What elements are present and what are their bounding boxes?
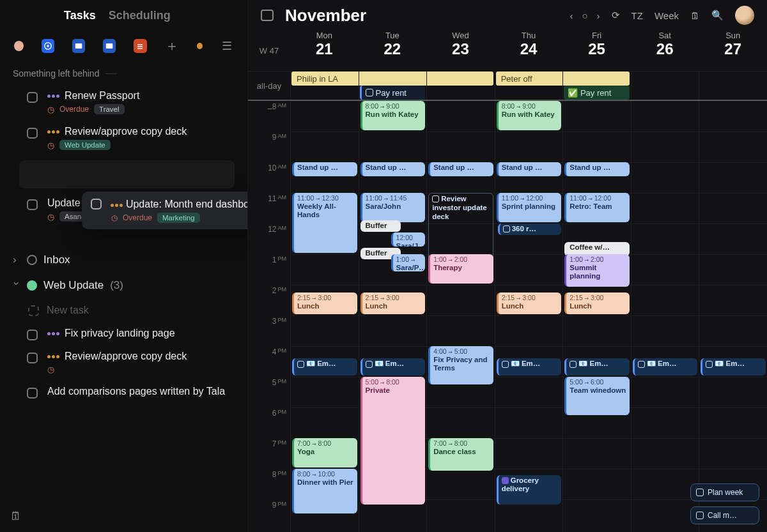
calendar-event[interactable]: 2:15 → 3:00Lunch (564, 293, 630, 314)
task-item[interactable]: Add comparisons pages written by Tala (0, 381, 247, 404)
checkbox-icon[interactable] (638, 361, 645, 368)
dragging-task-card[interactable]: Update: Month end dashboard ◷ Overdue Ma… (82, 192, 248, 229)
checkbox-icon[interactable] (569, 361, 577, 368)
day-header-cell[interactable]: Sun27 (699, 31, 767, 71)
day-header-cell[interactable]: Thu24 (495, 31, 563, 71)
calendar-event[interactable]: Stand up … (292, 162, 357, 176)
filter-dot-icon[interactable] (197, 43, 203, 49)
allday-cell[interactable] (562, 72, 631, 86)
calendar-event[interactable]: Buffer (360, 220, 401, 232)
day-column[interactable]: Stand up …11:00 → 12:00Retro: TeamCoffee… (562, 101, 631, 532)
calendar-event[interactable]: Review investor update deck (428, 193, 493, 262)
calendar-event[interactable]: 8:00 → 9:00Run with Katey (497, 101, 562, 130)
floating-task[interactable]: Call m… (690, 506, 759, 524)
calendar-event[interactable]: 5:00 → 6:00Team winedown (564, 377, 630, 415)
group-web-update[interactable]: › Web Update (3) (0, 273, 247, 298)
new-task-input[interactable]: New task (0, 298, 247, 323)
checkbox-icon[interactable] (696, 489, 704, 496)
calendar-event[interactable]: 📧 Em… (360, 358, 426, 376)
task-item[interactable]: Fix privacy landing page (0, 323, 247, 346)
calendar-event[interactable]: 📧 Em… (497, 358, 562, 376)
allday-cell[interactable] (359, 86, 427, 100)
calendar-event[interactable]: 11:00 → 12:00Retro: Team (564, 193, 630, 222)
floating-task[interactable]: Plan week (690, 483, 759, 501)
outlook-icon[interactable] (72, 39, 85, 53)
prev-week-icon[interactable]: ‹ (570, 10, 573, 21)
day-column[interactable]: 8:00 → 9:00Run with KateyStand up …11:00… (359, 101, 427, 532)
calendar-event[interactable]: 2:15 → 3:00Lunch (497, 293, 562, 314)
calendar-event[interactable]: 1:00 → 2:00Summit planning (564, 254, 630, 287)
checkbox-icon[interactable] (27, 388, 38, 399)
day-header-cell[interactable]: Sat26 (631, 31, 699, 71)
today-icon[interactable]: ○ (582, 10, 588, 21)
mini-calendar-icon[interactable]: 🗓 (690, 10, 700, 21)
asana-icon[interactable] (42, 39, 54, 53)
day-column[interactable]: 8:00 → 9:00Run with KateyStand up …11:00… (495, 101, 563, 532)
checkbox-icon[interactable] (696, 512, 704, 519)
calendar-event[interactable]: 📧 Em… (633, 358, 698, 376)
allday-cell[interactable] (699, 72, 767, 86)
allday-cell[interactable] (290, 86, 359, 100)
checkbox-icon[interactable] (27, 330, 38, 340)
group-inbox[interactable]: › Inbox (0, 247, 247, 273)
calendar-event[interactable]: 11:00 → 11:45Sara/John (360, 193, 426, 222)
day-column[interactable]: 📧 Em… (631, 101, 699, 532)
avatar[interactable] (735, 6, 754, 25)
outlook2-icon[interactable] (103, 39, 116, 53)
checkbox-icon[interactable] (503, 225, 510, 232)
allday-cell[interactable] (495, 72, 563, 86)
checkbox-icon[interactable] (366, 361, 373, 368)
calendar-event[interactable]: Stand up … (497, 162, 562, 176)
timezone-button[interactable]: TZ (631, 10, 643, 21)
calendar-event[interactable]: 2:15 → 3:00Lunch (360, 293, 426, 314)
allday-cell[interactable] (495, 86, 563, 100)
calendar-event[interactable]: 4:00 → 5:00Fix Privacy and Terms (428, 346, 493, 384)
day-header-cell[interactable]: Tue22 (359, 31, 427, 71)
allday-cell[interactable] (631, 86, 699, 100)
checkbox-icon[interactable] (297, 361, 304, 368)
checkbox-icon[interactable] (502, 477, 509, 484)
allday-cell[interactable] (426, 86, 495, 100)
allday-cell[interactable] (631, 72, 699, 86)
checkbox-icon[interactable] (706, 361, 713, 368)
list-view-icon[interactable]: ☰ (221, 39, 233, 53)
checkbox-icon[interactable] (27, 128, 38, 139)
calendar-event[interactable]: 11:00 → 12:30Weekly All-Hands (292, 193, 357, 253)
calendar-event[interactable]: Stand up … (564, 162, 630, 176)
calendar-event[interactable]: Grocery delivery (497, 475, 562, 505)
checkbox-icon[interactable] (432, 195, 439, 202)
search-icon[interactable]: 🔍 (711, 10, 724, 21)
calendar-event[interactable]: 1:00 →Sara/P… (391, 254, 426, 271)
allday-cell[interactable] (359, 72, 427, 86)
collapse-hours-icon[interactable]: − (267, 103, 272, 114)
integration-dot-icon[interactable] (14, 41, 24, 51)
checkbox-icon[interactable] (91, 199, 102, 209)
day-column[interactable]: Stand up …11:00 → 12:30Weekly All-Hands2… (290, 101, 359, 532)
calendar-event[interactable]: 8:00 → 9:00Run with Katey (360, 101, 426, 130)
toggle-sidebar-icon[interactable] (261, 10, 274, 21)
calendar-event[interactable]: 11:00 → 12:00Sprint planning (497, 193, 562, 222)
checkbox-icon[interactable] (27, 353, 38, 363)
day-column[interactable]: 📧 Em… (699, 101, 767, 532)
add-integration-icon[interactable]: ＋ (165, 39, 179, 53)
next-week-icon[interactable]: › (597, 10, 600, 21)
calendar-event[interactable]: 5:00 → 8:00Private (360, 377, 426, 505)
calendar-event[interactable]: 📧 Em… (292, 358, 357, 376)
view-selector[interactable]: Week (655, 10, 679, 21)
allday-cell[interactable] (699, 86, 767, 100)
calendar-event[interactable]: 8:00 → 10:00Dinner with Pier (292, 469, 357, 513)
tab-tasks[interactable]: Tasks (64, 9, 96, 22)
sync-icon[interactable]: ⟳ (612, 10, 620, 21)
calendar-footer-icon[interactable]: 🗓 (10, 510, 22, 523)
calendar-event[interactable]: 2:15 → 3:00Lunch (292, 293, 357, 314)
day-header-cell[interactable]: Wed23 (426, 31, 495, 71)
day-column[interactable]: Stand up …Review investor update deck1:0… (426, 101, 495, 532)
tab-scheduling[interactable]: Scheduling (109, 9, 171, 22)
time-grid[interactable]: − 8AM9AM10AM11AM12AM1PM2PM3PM4PM5PM6PM7P… (248, 101, 767, 532)
calendar-event[interactable]: 📧 Em… (701, 358, 766, 376)
allday-cell[interactable] (290, 72, 359, 86)
calendar-event[interactable]: 7:00 → 8:00Yoga (292, 438, 357, 467)
allday-cell[interactable] (426, 72, 495, 86)
task-item[interactable]: Renew Passport ◷OverdueTravel (0, 85, 247, 121)
calendar-event[interactable]: 7:00 → 8:00Dance class (428, 438, 493, 471)
